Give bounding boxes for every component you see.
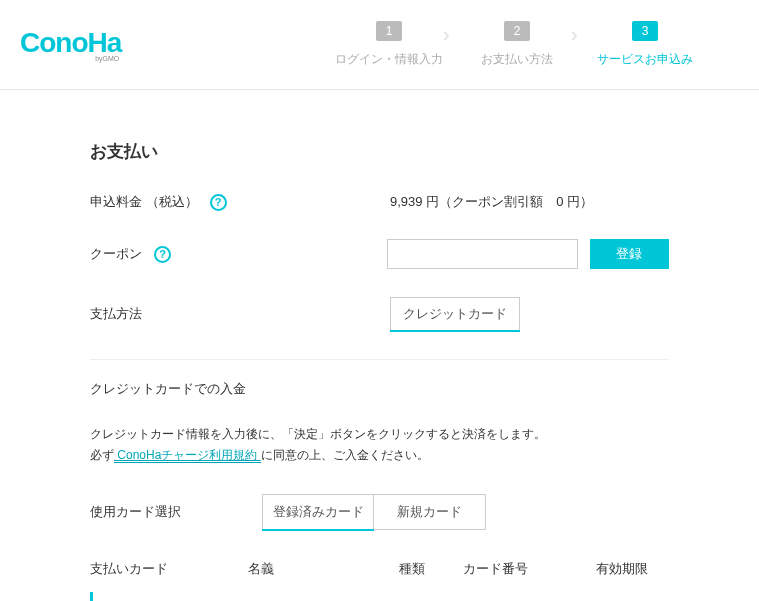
help-icon[interactable]: ? xyxy=(154,246,171,263)
row-card-select: 使用カード選択 登録済みカード 新規カード xyxy=(90,494,669,530)
row-method: 支払方法 クレジットカード xyxy=(90,297,669,331)
fee-text: 9,939 円（クーポン割引額 0 円） xyxy=(390,193,593,211)
help-icon[interactable]: ? xyxy=(210,194,227,211)
separator xyxy=(90,359,669,360)
col-paycard: 支払いカード xyxy=(90,560,248,578)
credit-section-title: クレジットカードでの入金 xyxy=(90,380,669,398)
fee-label: 申込料金 （税込） xyxy=(90,193,198,211)
step-number: 1 xyxy=(376,21,402,41)
step-label: サービスお申込み xyxy=(591,51,699,68)
col-exp: 有効期限 xyxy=(596,560,669,578)
row-coupon: クーポン ? 登録 xyxy=(90,239,669,269)
table-row[interactable] xyxy=(90,592,669,601)
method-credit-button[interactable]: クレジットカード xyxy=(390,297,520,331)
wizard-step-1: 1 ログイン・情報入力 xyxy=(335,21,443,68)
col-name: 名義 xyxy=(248,560,399,578)
card-tabs: 登録済みカード 新規カード xyxy=(262,494,486,530)
page-title: お支払い xyxy=(90,140,669,163)
col-type: 種類 xyxy=(399,560,463,578)
tab-new-card[interactable]: 新規カード xyxy=(374,494,486,530)
table-header: 支払いカード 名義 種類 カード番号 有効期限 xyxy=(90,560,669,578)
credit-desc-line2: 必ず ConoHaチャージ利用規約 に同意の上、ご入金ください。 xyxy=(90,447,669,464)
step-number: 2 xyxy=(504,21,530,41)
desc-text: に同意の上、ご入金ください。 xyxy=(261,448,429,462)
coupon-register-button[interactable]: 登録 xyxy=(590,239,669,269)
step-number: 3 xyxy=(632,21,658,41)
chevron-right-icon: › xyxy=(443,23,463,46)
step-label: お支払い方法 xyxy=(463,51,571,68)
wizard-steps: 1 ログイン・情報入力 › 2 お支払い方法 › 3 サービスお申込み xyxy=(335,21,699,68)
wizard-step-3: 3 サービスお申込み xyxy=(591,21,699,68)
credit-desc-line1: クレジットカード情報を入力後に、「決定」ボタンをクリックすると決済をします。 xyxy=(90,426,669,443)
coupon-input[interactable] xyxy=(387,239,577,269)
coupon-label: クーポン xyxy=(90,245,142,263)
desc-text: 必ず xyxy=(90,448,114,462)
step-label: ログイン・情報入力 xyxy=(335,51,443,68)
wizard-step-2: 2 お支払い方法 xyxy=(463,21,571,68)
card-select-label: 使用カード選択 xyxy=(90,503,181,521)
card-table: 支払いカード 名義 種類 カード番号 有効期限 xyxy=(90,560,669,601)
logo[interactable]: ConoHa byGMO xyxy=(20,27,121,62)
col-number: カード番号 xyxy=(463,560,596,578)
chevron-right-icon: › xyxy=(571,23,591,46)
method-label: 支払方法 xyxy=(90,305,142,323)
tab-registered-card[interactable]: 登録済みカード xyxy=(262,494,374,530)
terms-link[interactable]: ConoHaチャージ利用規約 xyxy=(114,448,261,463)
row-fee: 申込料金 （税込） ? 9,939 円（クーポン割引額 0 円） xyxy=(90,193,669,211)
